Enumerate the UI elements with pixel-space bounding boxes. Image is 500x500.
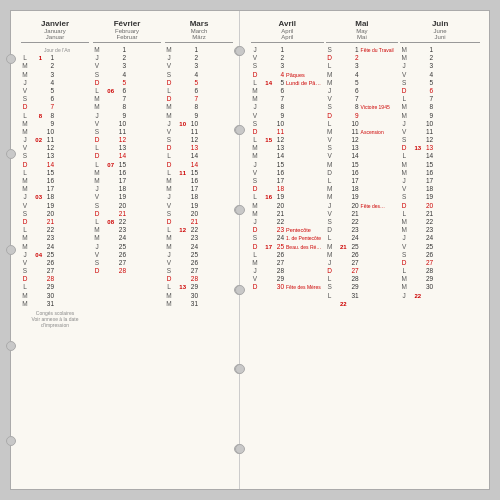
day-num: 17 [348,177,360,185]
day-row: L 12 22 [165,226,233,234]
day-letter: J [165,54,173,62]
day-letter: L [326,292,334,300]
day-row: L 22 [21,226,89,234]
day-row: 22 [326,300,399,308]
day-num: 26 [115,251,127,259]
day-letter: L [93,87,101,95]
day-row: J 2 [93,54,161,62]
day-letter: M [251,152,259,160]
day-letter: L [165,226,173,234]
day-letter: J [326,202,334,210]
day-event: Ascension [360,128,399,136]
week-num: 03 [29,193,43,201]
day-row: M 31 [21,300,89,308]
week-num: 15 [259,136,273,144]
day-num: 5 [43,87,55,95]
day-row: M 6 [251,87,324,95]
day-num: 6 [422,87,434,95]
day-num: 24 [115,234,127,242]
day-letter: J [251,46,259,54]
day-letter: D [326,267,334,275]
juin-de: Juni [400,34,480,40]
day-num: 23 [115,226,127,234]
day-letter: M [21,71,29,79]
day-num: 6 [43,95,55,103]
day-num: 17 [422,177,434,185]
day-row: D 14 [165,161,233,169]
day-letter: L [326,234,334,242]
day-row: S 3 [251,62,324,70]
day-row: V 12 [326,136,399,144]
day-num: 21 [43,218,55,226]
avril-de: April [251,34,324,40]
day-num: 2 [187,54,199,62]
day-letter: S [251,62,259,70]
day-letter: D [165,95,173,103]
day-row: M 11 Ascension [326,128,399,136]
day-letter: M [400,169,408,177]
day-letter: S [165,210,173,218]
day-num: 21 [348,210,360,218]
day-num: 19 [422,193,434,201]
day-num: 17 [43,185,55,193]
day-letter: L [400,267,408,275]
day-num: 9 [348,112,360,120]
day-letter: L [251,193,259,201]
day-letter: L [326,275,334,283]
day-num: 11 [43,136,55,144]
day-num: 23 [422,226,434,234]
day-num: 9 [115,112,127,120]
day-letter: M [326,243,334,251]
day-row: M 23 [93,226,161,234]
day-num: 3 [348,62,360,70]
day-num: 3 [43,71,55,79]
hole [6,54,16,64]
page-holes-right [235,11,245,489]
day-letter: D [21,103,29,111]
day-letter: M [251,259,259,267]
day-row: D 28 [21,275,89,283]
day-row: M 7 [251,95,324,103]
day-row: D 4 Pâques [251,71,324,79]
day-num: 12 [43,144,55,152]
day-num: 25 [422,243,434,251]
janvier-fr: Janvier [21,19,89,28]
day-letter: L [165,152,173,160]
week-num: 8 [29,112,43,120]
day-num: 14 [187,161,199,169]
day-num: 23 [348,226,360,234]
day-letter: M [21,300,29,308]
day-row: M 30 [400,283,480,291]
janvier-header: Janvier January Januar [21,19,89,43]
day-num: 18 [273,185,285,193]
hole [6,245,16,255]
day-row: D 27 [400,259,480,267]
day-row: L 08 22 [93,218,161,226]
day-row: V 12 [21,144,89,152]
day-letter: L [93,144,101,152]
day-num: 17 [115,177,127,185]
day-num: 13 [422,144,434,152]
day-row: V 4 [400,71,480,79]
day-event: Lundi de Pâques [285,79,324,87]
day-letter: S [93,259,101,267]
day-num: 2 [115,54,127,62]
day-num: 10 [115,120,127,128]
day-row: M 17 [165,185,233,193]
day-letter: J [251,218,259,226]
day-row: L 26 [251,251,324,259]
day-letter: M [21,234,29,242]
day-num: 3 [187,62,199,70]
day-num: 12 [187,136,199,144]
day-letter: M [165,46,173,54]
day-letter: V [326,95,334,103]
day-num: 12 [273,136,285,144]
day-row: V 9 [251,112,324,120]
day-num: 14 [422,152,434,160]
day-num: 11 [422,128,434,136]
day-row: M 9 [165,112,233,120]
day-num: 16 [273,169,285,177]
day-num: 5 [187,79,199,87]
day-num: 3 [422,62,434,70]
fevrier-header: Février February Februar [93,19,161,43]
